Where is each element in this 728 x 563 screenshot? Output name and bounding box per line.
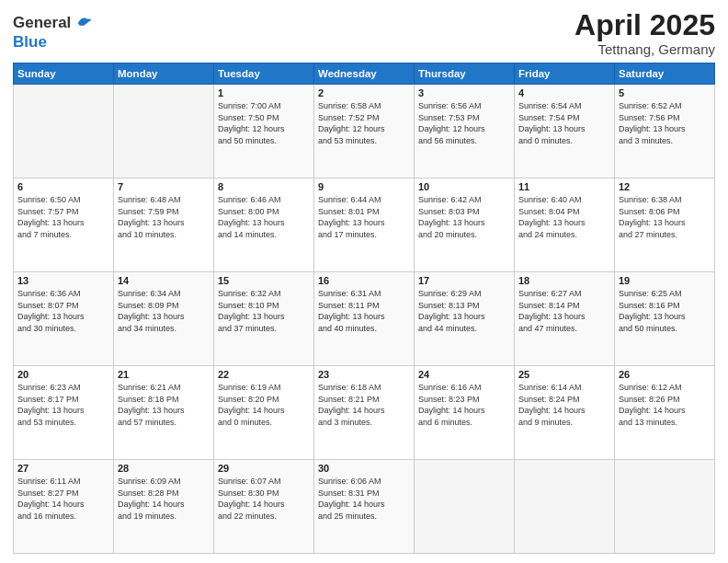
day-number: 3 (418, 87, 510, 98)
table-row: 16Sunrise: 6:31 AM Sunset: 8:11 PM Dayli… (314, 272, 415, 366)
calendar-week-row: 1Sunrise: 7:00 AM Sunset: 7:50 PM Daylig… (14, 85, 715, 178)
table-row: 18Sunrise: 6:27 AM Sunset: 8:14 PM Dayli… (515, 272, 615, 366)
calendar-week-row: 6Sunrise: 6:50 AM Sunset: 7:57 PM Daylig… (14, 178, 715, 272)
day-number: 4 (518, 87, 610, 98)
day-number: 27 (17, 463, 109, 474)
day-info: Sunrise: 6:32 AM Sunset: 8:10 PM Dayligh… (218, 288, 310, 334)
day-number: 28 (118, 463, 210, 474)
col-tuesday: Tuesday (214, 63, 314, 85)
day-info: Sunrise: 6:11 AM Sunset: 8:27 PM Dayligh… (17, 476, 109, 522)
table-row: 12Sunrise: 6:38 AM Sunset: 8:06 PM Dayli… (615, 178, 715, 272)
day-info: Sunrise: 6:29 AM Sunset: 8:13 PM Dayligh… (418, 288, 510, 334)
day-info: Sunrise: 6:18 AM Sunset: 8:21 PM Dayligh… (318, 382, 410, 428)
day-number: 10 (418, 181, 510, 192)
day-number: 12 (619, 181, 711, 192)
day-number: 24 (418, 369, 510, 380)
page: General Blue April 2025 Tettnang, German… (0, 0, 728, 563)
day-number: 16 (318, 275, 410, 286)
col-thursday: Thursday (415, 63, 515, 85)
day-info: Sunrise: 6:50 AM Sunset: 7:57 PM Dayligh… (17, 194, 109, 240)
day-number: 22 (218, 369, 310, 380)
table-row: 28Sunrise: 6:09 AM Sunset: 8:28 PM Dayli… (114, 460, 214, 554)
day-info: Sunrise: 6:23 AM Sunset: 8:17 PM Dayligh… (17, 382, 109, 428)
table-row: 25Sunrise: 6:14 AM Sunset: 8:24 PM Dayli… (515, 366, 615, 460)
table-row: 21Sunrise: 6:21 AM Sunset: 8:18 PM Dayli… (114, 366, 214, 460)
table-row: 24Sunrise: 6:16 AM Sunset: 8:23 PM Dayli… (415, 366, 515, 460)
day-info: Sunrise: 6:38 AM Sunset: 8:06 PM Dayligh… (619, 194, 711, 240)
logo-blue: Blue (13, 33, 47, 51)
day-info: Sunrise: 7:00 AM Sunset: 7:50 PM Dayligh… (218, 100, 310, 146)
calendar-subtitle: Tettnang, Germany (574, 41, 715, 57)
day-info: Sunrise: 6:52 AM Sunset: 7:56 PM Dayligh… (619, 100, 711, 146)
day-number: 5 (619, 87, 711, 98)
table-row: 27Sunrise: 6:11 AM Sunset: 8:27 PM Dayli… (14, 460, 114, 554)
table-row: 8Sunrise: 6:46 AM Sunset: 8:00 PM Daylig… (214, 178, 314, 272)
calendar-week-row: 20Sunrise: 6:23 AM Sunset: 8:17 PM Dayli… (14, 366, 715, 460)
day-info: Sunrise: 6:27 AM Sunset: 8:14 PM Dayligh… (518, 288, 610, 334)
table-row: 26Sunrise: 6:12 AM Sunset: 8:26 PM Dayli… (615, 366, 715, 460)
day-number: 13 (17, 275, 109, 286)
col-saturday: Saturday (615, 63, 715, 85)
table-row: 6Sunrise: 6:50 AM Sunset: 7:57 PM Daylig… (14, 178, 114, 272)
day-number: 30 (318, 463, 410, 474)
table-row (14, 85, 114, 178)
day-info: Sunrise: 6:58 AM Sunset: 7:52 PM Dayligh… (318, 100, 410, 146)
calendar-week-row: 13Sunrise: 6:36 AM Sunset: 8:07 PM Dayli… (14, 272, 715, 366)
logo-general: General (13, 14, 71, 32)
logo-bird-icon (73, 13, 93, 33)
day-info: Sunrise: 6:16 AM Sunset: 8:23 PM Dayligh… (418, 382, 510, 428)
day-info: Sunrise: 6:46 AM Sunset: 8:00 PM Dayligh… (218, 194, 310, 240)
table-row: 20Sunrise: 6:23 AM Sunset: 8:17 PM Dayli… (14, 366, 114, 460)
day-info: Sunrise: 6:31 AM Sunset: 8:11 PM Dayligh… (318, 288, 410, 334)
day-number: 2 (318, 87, 410, 98)
day-info: Sunrise: 6:19 AM Sunset: 8:20 PM Dayligh… (218, 382, 310, 428)
table-row: 30Sunrise: 6:06 AM Sunset: 8:31 PM Dayli… (314, 460, 415, 554)
day-number: 14 (118, 275, 210, 286)
calendar-table: Sunday Monday Tuesday Wednesday Thursday… (13, 63, 715, 554)
title-block: April 2025 Tettnang, Germany (574, 9, 715, 57)
day-info: Sunrise: 6:42 AM Sunset: 8:03 PM Dayligh… (418, 194, 510, 240)
day-number: 9 (318, 181, 410, 192)
day-number: 21 (118, 369, 210, 380)
day-number: 6 (17, 181, 109, 192)
calendar-title: April 2025 (574, 9, 715, 41)
day-number: 17 (418, 275, 510, 286)
col-sunday: Sunday (14, 63, 114, 85)
header: General Blue April 2025 Tettnang, German… (13, 9, 715, 57)
day-info: Sunrise: 6:12 AM Sunset: 8:26 PM Dayligh… (619, 382, 711, 428)
day-info: Sunrise: 6:44 AM Sunset: 8:01 PM Dayligh… (318, 194, 410, 240)
day-number: 29 (218, 463, 310, 474)
table-row (415, 460, 515, 554)
day-info: Sunrise: 6:14 AM Sunset: 8:24 PM Dayligh… (518, 382, 610, 428)
day-info: Sunrise: 6:09 AM Sunset: 8:28 PM Dayligh… (118, 476, 210, 522)
col-wednesday: Wednesday (314, 63, 415, 85)
day-info: Sunrise: 6:06 AM Sunset: 8:31 PM Dayligh… (318, 476, 410, 522)
day-info: Sunrise: 6:54 AM Sunset: 7:54 PM Dayligh… (518, 100, 610, 146)
day-info: Sunrise: 6:36 AM Sunset: 8:07 PM Dayligh… (17, 288, 109, 334)
calendar-week-row: 27Sunrise: 6:11 AM Sunset: 8:27 PM Dayli… (14, 460, 715, 554)
table-row: 13Sunrise: 6:36 AM Sunset: 8:07 PM Dayli… (14, 272, 114, 366)
table-row (114, 85, 214, 178)
table-row: 10Sunrise: 6:42 AM Sunset: 8:03 PM Dayli… (415, 178, 515, 272)
table-row: 29Sunrise: 6:07 AM Sunset: 8:30 PM Dayli… (214, 460, 314, 554)
table-row: 7Sunrise: 6:48 AM Sunset: 7:59 PM Daylig… (114, 178, 214, 272)
day-number: 7 (118, 181, 210, 192)
table-row (515, 460, 615, 554)
table-row: 22Sunrise: 6:19 AM Sunset: 8:20 PM Dayli… (214, 366, 314, 460)
day-number: 11 (518, 181, 610, 192)
table-row: 11Sunrise: 6:40 AM Sunset: 8:04 PM Dayli… (515, 178, 615, 272)
calendar-header-row: Sunday Monday Tuesday Wednesday Thursday… (14, 63, 715, 85)
day-number: 18 (518, 275, 610, 286)
day-number: 8 (218, 181, 310, 192)
day-info: Sunrise: 6:48 AM Sunset: 7:59 PM Dayligh… (118, 194, 210, 240)
day-number: 25 (518, 369, 610, 380)
logo: General Blue (13, 13, 93, 52)
table-row: 17Sunrise: 6:29 AM Sunset: 8:13 PM Dayli… (415, 272, 515, 366)
table-row (615, 460, 715, 554)
table-row: 1Sunrise: 7:00 AM Sunset: 7:50 PM Daylig… (214, 85, 314, 178)
col-friday: Friday (515, 63, 615, 85)
col-monday: Monday (114, 63, 214, 85)
day-number: 26 (619, 369, 711, 380)
table-row: 23Sunrise: 6:18 AM Sunset: 8:21 PM Dayli… (314, 366, 415, 460)
day-number: 20 (17, 369, 109, 380)
